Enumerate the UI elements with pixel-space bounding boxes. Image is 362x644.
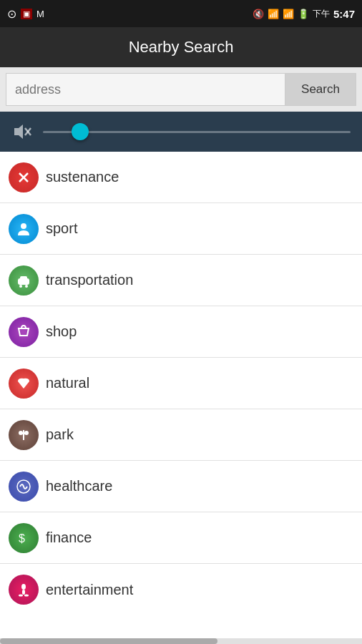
slider-bar xyxy=(0,112,362,152)
entertainment-icon xyxy=(9,575,39,605)
natural-icon xyxy=(9,369,39,399)
category-item-sustenance[interactable]: sustenance xyxy=(0,152,362,203)
category-list: sustenancesporttransportationshopnatural… xyxy=(0,152,362,615)
sustenance-icon xyxy=(9,162,39,192)
sport-icon xyxy=(9,214,39,244)
status-time: 5:47 xyxy=(333,8,355,20)
scroll-indicator xyxy=(0,638,362,644)
shop-icon xyxy=(9,317,39,347)
svg-point-19 xyxy=(24,595,29,597)
healthcare-icon xyxy=(9,472,39,502)
svg-point-7 xyxy=(19,285,22,288)
category-item-natural[interactable]: natural xyxy=(0,358,362,409)
address-input[interactable] xyxy=(6,73,285,106)
category-item-shop[interactable]: shop xyxy=(0,306,362,358)
scroll-thumb xyxy=(0,638,217,644)
svg-point-12 xyxy=(19,431,23,435)
search-bar: Search xyxy=(0,67,362,112)
category-item-healthcare[interactable]: healthcare xyxy=(0,461,362,512)
category-item-entertainment[interactable]: entertainment xyxy=(0,564,362,615)
status-bar-right-icons: 🔇 📶 📶 🔋 下午 5:47 xyxy=(253,8,355,20)
shop-label: shop xyxy=(46,323,77,340)
signal2-icon: 📶 xyxy=(283,9,294,19)
category-item-transportation[interactable]: transportation xyxy=(0,255,362,306)
battery-icon: 🔋 xyxy=(298,9,309,19)
natural-label: natural xyxy=(46,375,89,391)
svg-point-5 xyxy=(21,223,26,229)
audio-mute-icon: 🔇 xyxy=(253,9,264,19)
slider-thumb[interactable] xyxy=(72,123,89,140)
category-item-sport[interactable]: sport xyxy=(0,203,362,255)
power-icon: ⊙ xyxy=(7,7,16,21)
entertainment-label: entertainment xyxy=(46,582,133,598)
svg-rect-9 xyxy=(20,276,27,280)
park-label: park xyxy=(46,426,74,443)
svg-marker-0 xyxy=(14,125,23,139)
transportation-icon xyxy=(9,265,39,296)
svg-point-16 xyxy=(21,584,26,590)
finance-label: finance xyxy=(46,530,92,546)
status-bar: ⊙ ▣ M 🔇 📶 📶 🔋 下午 5:47 xyxy=(0,0,362,27)
locale-label: 下午 xyxy=(313,8,330,20)
sustenance-label: sustenance xyxy=(46,169,119,185)
svg-point-8 xyxy=(25,285,28,288)
category-item-park[interactable]: park xyxy=(0,409,362,461)
park-icon xyxy=(9,420,39,450)
svg-point-18 xyxy=(19,595,23,597)
svg-rect-17 xyxy=(22,590,25,595)
svg-rect-10 xyxy=(23,430,24,440)
svg-text:$: $ xyxy=(19,532,25,545)
image-icon: ▣ xyxy=(21,9,32,19)
mute-icon xyxy=(11,122,31,142)
title-bar: Nearby Search xyxy=(0,27,362,67)
search-button[interactable]: Search xyxy=(285,73,356,106)
category-item-finance[interactable]: $finance xyxy=(0,512,362,564)
status-bar-left-icons: ⊙ ▣ M xyxy=(7,7,44,21)
finance-icon: $ xyxy=(9,523,39,553)
svg-point-13 xyxy=(24,431,29,435)
range-slider[interactable] xyxy=(43,131,351,133)
transportation-label: transportation xyxy=(46,272,133,288)
page-title: Nearby Search xyxy=(129,38,234,57)
signal-icon: 📶 xyxy=(268,9,279,19)
gmail-icon: M xyxy=(36,9,44,19)
sport-label: sport xyxy=(46,220,77,237)
healthcare-label: healthcare xyxy=(46,478,112,494)
